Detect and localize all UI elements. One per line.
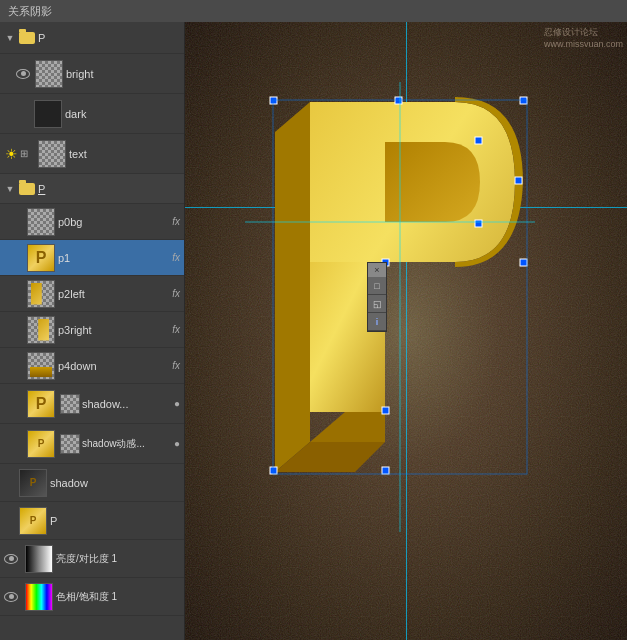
layer-item-P-top[interactable]: ▼ P [0,22,184,54]
float-close-button[interactable]: × [368,263,386,277]
dot-indicator2: ● [174,438,180,449]
subfolder-arrow: ▼ [4,183,16,195]
layer-thumb-p3right [27,316,55,344]
fx-icon-p3right: fx [172,324,180,335]
svg-rect-13 [515,177,522,184]
canvas-background: 忍修设计论坛 www.missvuan.com [185,22,627,640]
watermark: 忍修设计论坛 www.missvuan.com [544,26,623,49]
layer-thumb-brightness [25,545,53,573]
layer-item-p-subfolder[interactable]: ▼ P [0,174,184,204]
panel-title: 关系阴影 [8,4,52,19]
float-info-btn[interactable]: i [368,313,386,331]
layer-thumb-hue [25,583,53,611]
layer-label: P [38,32,180,44]
watermark-line1: 忍修设计论坛 [544,26,623,39]
layer-item-p0bg[interactable]: p0bg fx [0,204,184,240]
layer-thumb-p2left [27,280,55,308]
layer-label-p4down: p4down [58,360,170,372]
layer-label-text: text [69,148,180,160]
svg-rect-8 [520,259,527,266]
layer-label-p3right: p3right [58,324,170,336]
layer-thumb-shadow-motion: P [27,430,55,458]
layer-item-P-layer[interactable]: P P [0,502,184,540]
top-bar: 关系阴影 [0,0,627,22]
layer-thumb-text [38,140,66,168]
layer-item-brightness[interactable]: 亮度/对比度 1 [0,540,184,578]
layer-thumb-P: P [19,507,47,535]
folder-icon [19,32,35,44]
layer-item-shadow-dot[interactable]: P shadow... ● [0,384,184,424]
layer-label-shadow: shadow [50,477,180,489]
layer-thumb-bright [35,60,63,88]
layer-item-text[interactable]: ☀ ⊞ text [0,134,184,174]
layer-label-p2left: p2left [58,288,170,300]
layer-label-P: P [50,515,180,527]
svg-marker-2 [310,412,385,442]
layer-label-dark: dark [65,108,180,120]
layer-item-p3right[interactable]: p3right fx [0,312,184,348]
svg-rect-12 [475,137,482,144]
layer-thumb-p0bg [27,208,55,236]
arrow-icon: ▼ [4,32,16,44]
layer-thumb-p4down [27,352,55,380]
layer-thumb-shadow: P [19,469,47,497]
link-icon: ⊞ [20,148,34,159]
layer-item-dark[interactable]: dark [0,94,184,134]
layer-label-shadow-dot: shadow... [82,398,172,410]
layer-item-p1[interactable]: P p1 fx [0,240,184,276]
layers-panel: ▼ P bright dark ☀ ⊞ text [0,22,185,640]
svg-rect-14 [475,220,482,227]
eye-icon[interactable] [16,69,30,79]
canvas-area: 忍修设计论坛 www.missvuan.com [185,22,627,640]
fx-icon-p2left: fx [172,288,180,299]
layer-item-bright[interactable]: bright [0,54,184,94]
eye-icon-brightness[interactable] [4,554,18,564]
layer-item-hue[interactable]: 色相/饱和度 1 [0,578,184,616]
layer-thumb-dark [34,100,62,128]
layer-thumb-shadow-dot2 [60,394,80,414]
subfolder-label: P [38,183,180,195]
layer-thumb-shadow-dot: P [27,390,55,418]
fx-icon-p1: fx [172,252,180,263]
layer-label-p0bg: p0bg [58,216,170,228]
svg-rect-7 [382,467,389,474]
float-toolbar: × □ ◱ i [367,262,387,332]
layer-label-bright: bright [66,68,180,80]
svg-marker-0 [275,102,310,472]
layer-item-shadow[interactable]: P shadow [0,464,184,502]
layer-thumb-p1: P [27,244,55,272]
layer-label-hue: 色相/饱和度 1 [56,590,180,604]
fx-icon-p4down: fx [172,360,180,371]
eye-icon-hue[interactable] [4,592,18,602]
watermark-line2: www.missvuan.com [544,39,623,49]
layer-thumb-shadow-motion2 [60,434,80,454]
main-layout: ▼ P bright dark ☀ ⊞ text [0,22,627,640]
svg-rect-10 [382,407,389,414]
layer-item-shadow-motion[interactable]: P shadow动感... ● [0,424,184,464]
float-btn-2[interactable]: ◱ [368,295,386,313]
fx-icon-p0bg: fx [172,216,180,227]
layer-label-p1: p1 [58,252,170,264]
subfolder-icon [19,183,35,195]
letter-p-3d [245,82,535,532]
float-btn-1[interactable]: □ [368,277,386,295]
layer-label-brightness: 亮度/对比度 1 [56,552,180,566]
layer-item-p4down[interactable]: p4down fx [0,348,184,384]
dot-indicator: ● [174,398,180,409]
sun-icon: ☀ [4,147,18,161]
layer-label-shadow-motion: shadow动感... [82,437,174,451]
layer-item-p2left[interactable]: p2left fx [0,276,184,312]
